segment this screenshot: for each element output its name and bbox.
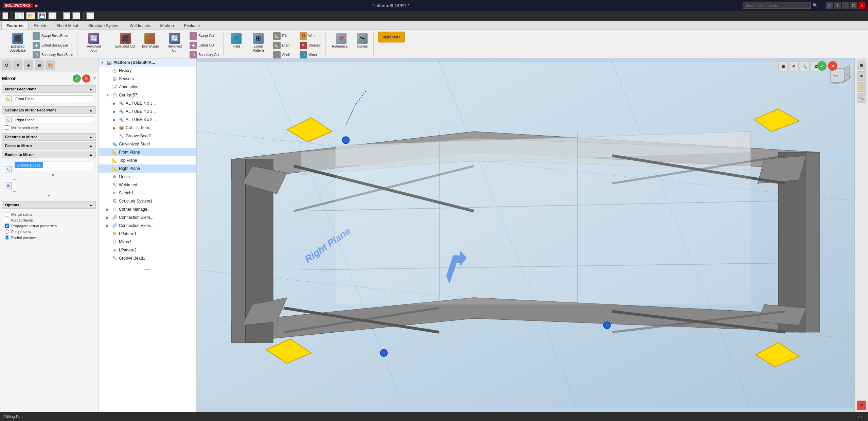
revolved-cut-button2[interactable]: 🔄 Revolved Cut <box>162 32 187 54</box>
new-button[interactable]: 📄 <box>15 12 24 20</box>
tab-evaluate[interactable]: Evaluate <box>179 22 205 30</box>
rt-close-btn[interactable]: ✕ <box>857 401 866 410</box>
tree-item-groovebead-sub[interactable]: 🔧 Groove Bead1 <box>99 132 196 140</box>
connection1-expand[interactable]: ▶ <box>105 215 110 220</box>
connection2-expand[interactable]: ▶ <box>105 223 110 228</box>
cutlist-expand[interactable]: ▼ <box>105 93 110 98</box>
fillet-button[interactable]: ◜ Fillet <box>228 32 245 50</box>
curves-button[interactable]: 〜 Curves <box>354 32 371 50</box>
panel-tool-list[interactable]: ≡ <box>13 60 22 70</box>
hole-wizard-button[interactable]: ⭕ Hole Wizard <box>139 32 161 50</box>
cancel-button[interactable]: ✕ <box>82 74 90 83</box>
panel-tool-rotate[interactable]: ↺ <box>2 60 12 70</box>
tree-item-lpattern2[interactable]: ⊞ LPattern2 <box>99 246 196 254</box>
wrap-button[interactable]: 🎁 Wrap <box>298 32 323 40</box>
swept-boss-button[interactable]: 〰 Swept Boss/Base <box>31 32 74 40</box>
extruded-boss-base-button[interactable]: ⬛ Extruded Boss/Base <box>5 32 30 54</box>
full-preview-radio[interactable] <box>5 229 9 234</box>
draft-button[interactable]: 📐 Draft <box>272 41 291 50</box>
help-icon[interactable]: ? <box>834 2 841 9</box>
instant3d-button[interactable]: Instant3D <box>378 32 404 42</box>
maximize-button[interactable]: ❐ <box>850 2 857 9</box>
quick-access-arrow[interactable]: ▸ <box>35 2 38 9</box>
tree-item-rightplane[interactable]: 📐 Right Plane <box>99 164 196 173</box>
tab-sheet-metal[interactable]: Sheet Metal <box>51 22 83 30</box>
lofted-cut-button[interactable]: ◆ Lofted Cut <box>188 41 220 50</box>
tree-item-structuresystem[interactable]: 🏗 Structure System1 <box>99 197 196 205</box>
close-button[interactable]: ✕ <box>858 2 865 9</box>
viewport-split-btn[interactable]: ⊞ <box>789 62 799 71</box>
tree-item-altube1[interactable]: ▶ 🔩 AL TUBE 4 x 3... <box>99 99 196 107</box>
mirror-seed-checkbox[interactable] <box>5 125 9 130</box>
boundary-cut-button[interactable]: ⬡ Boundary Cut <box>188 51 220 59</box>
save-button[interactable]: 💾 <box>37 12 47 20</box>
bodies-to-mirror-header[interactable]: Bodies to Mirror ▲ <box>2 151 96 158</box>
swept-cut-button[interactable]: 〰 Swept Cut <box>188 32 220 40</box>
mirror-face-input[interactable] <box>13 95 93 102</box>
options-button[interactable]: ⚙ <box>86 12 95 20</box>
shell-button[interactable]: □ Shell <box>272 51 291 59</box>
rib-button[interactable]: 📐 Rib <box>272 32 291 40</box>
tab-weldments[interactable]: Weldments <box>125 22 155 30</box>
tab-structure-system[interactable]: Structure System <box>83 22 125 30</box>
mirror-face-plane-header[interactable]: Mirror Face/Plane ▲ <box>2 85 96 93</box>
reference-button[interactable]: 📌 Reference... <box>330 32 352 50</box>
boundary-boss-button[interactable]: ⬡ Boundary Boss/Base <box>31 51 74 59</box>
tree-item-mirror1[interactable]: ⊟ Mirror1 <box>99 238 196 246</box>
viewport-display-btn[interactable]: 🔳 <box>778 62 788 71</box>
tree-item-sketch1[interactable]: ✏ Sketch1 <box>99 189 196 197</box>
tab-sketch[interactable]: Sketch <box>29 22 51 30</box>
knit-surfaces-checkbox[interactable] <box>5 218 9 222</box>
altube1-expand[interactable]: ▶ <box>112 101 117 106</box>
tree-item-cutlistitem[interactable]: ▶ 📦 Cut-List-Item... <box>99 124 196 132</box>
corner-expand[interactable]: ▶ <box>105 207 110 212</box>
tree-item-origin[interactable]: ⊕ Origin <box>99 173 196 181</box>
scroll-down[interactable]: ▾ <box>13 173 93 178</box>
secondary-mirror-header[interactable]: Secondary Mirror Face/Plane ▲ <box>2 106 96 114</box>
rt-display-btn[interactable]: 🔳 <box>857 60 866 70</box>
open-button[interactable]: 📂 <box>26 12 36 20</box>
tree-item-cutlist[interactable]: ▼ 📋 Cut list(57) <box>99 91 196 99</box>
panel-tool-cross[interactable]: ⊕ <box>35 60 44 70</box>
scroll-down2[interactable]: ▾ <box>5 193 93 198</box>
tree-item-groovebead-root[interactable]: 🔧 Groove Bead1 <box>99 254 196 262</box>
revolved-cut-button[interactable]: 🔄 Revolved Cut <box>82 32 106 54</box>
rt-measure-btn[interactable]: 📏 <box>857 82 866 92</box>
body-selected-box[interactable]: Groove Bead1 <box>13 161 93 171</box>
user-icon[interactable]: 👤 <box>826 2 833 9</box>
faces-to-mirror-header[interactable]: Faces to Mirror ▲ <box>2 142 96 150</box>
merge-solids-checkbox[interactable] <box>5 212 9 216</box>
tree-item-frontplane[interactable]: 📐 Front Plane <box>99 148 196 156</box>
cutlistitem-expand[interactable]: ▶ <box>112 125 117 130</box>
tree-item-weldment[interactable]: 🔧 Weldment <box>99 181 196 189</box>
tree-item-history[interactable]: 🕐 History <box>99 67 196 75</box>
extruded-cut-button[interactable]: ⬛ Extruded Cut <box>113 32 137 50</box>
redo-button[interactable]: ↪ <box>72 12 81 20</box>
linear-pattern-button[interactable]: ⊞ Linear Pattern <box>246 32 270 54</box>
root-expand[interactable]: ▼ <box>100 60 105 65</box>
undo-button[interactable]: ↩ <box>63 12 71 20</box>
tree-item-topplane[interactable]: 📐 Top Plane <box>99 156 196 164</box>
tree-item-corner[interactable]: ▶ ⬡ Corner Manage... <box>99 205 196 213</box>
rt-zoom-btn[interactable]: 🔍 <box>857 93 866 103</box>
panel-tool-grid[interactable]: ⊞ <box>24 60 33 70</box>
tab-features[interactable]: Features <box>1 22 29 30</box>
features-to-mirror-header[interactable]: Features to Mirror ▲ <box>2 133 96 141</box>
tree-item-galvanized[interactable]: 🔩 Galvanized Steel <box>99 140 196 148</box>
tree-item-connection1[interactable]: ▶ 🔗 Connection Elem... <box>99 213 196 222</box>
tree-item-connection2[interactable]: ▶ 🔗 Connection Elem... <box>99 222 196 230</box>
mirror-button[interactable]: ⊟ Mirror <box>298 51 323 59</box>
tree-item-altube3[interactable]: ▶ 🔩 AL TUBE 3 x 2... <box>99 116 196 124</box>
tree-item-lpattern1[interactable]: ⊞ LPattern1 <box>99 230 196 238</box>
tree-item-altube2[interactable]: ▶ 🔩 AL TUBE 4 x 3... <box>99 107 196 116</box>
tab-markup[interactable]: Markup <box>155 22 179 30</box>
search-input[interactable] <box>743 2 811 9</box>
panel-tool-color[interactable]: 🎨 <box>46 60 55 70</box>
tree-root[interactable]: ▼ 🏭 Platform (Default<A... <box>99 58 196 67</box>
viewport-zoom-btn[interactable]: 🔍 <box>800 62 810 71</box>
search-icon[interactable]: 🔍 <box>813 3 818 8</box>
viewport-cancel-button[interactable]: ✕ <box>828 61 837 71</box>
altube3-expand[interactable]: ▶ <box>112 117 117 122</box>
partial-preview-radio[interactable] <box>5 235 9 240</box>
options-header[interactable]: Options ▲ <box>2 201 96 209</box>
